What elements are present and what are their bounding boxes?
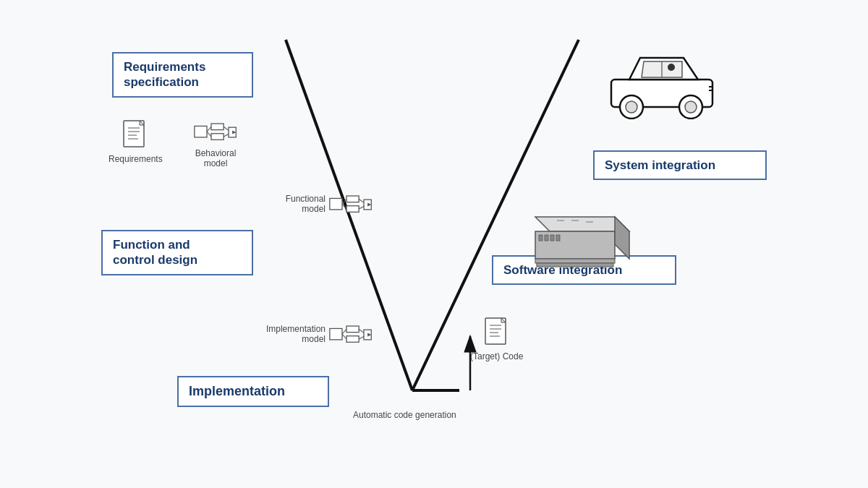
svg-rect-11 [195,126,207,137]
svg-line-18 [224,134,229,137]
svg-rect-61 [550,235,554,241]
svg-rect-20 [330,198,342,209]
target-code-label: (Target) Code [470,351,523,361]
svg-rect-60 [545,235,548,241]
behavioral-model-label: Behavioralmodel [195,148,237,168]
system-integration-box: System integration [593,150,767,180]
v-model-diagram: Requirements specification Function andc… [0,0,868,488]
functional-model-label: Functionalmodel [264,194,326,214]
svg-line-36 [359,337,364,339]
svg-line-16 [207,132,211,137]
implementation-box: Implementation [177,376,329,407]
car-icon [604,40,720,119]
target-code-icon [484,317,510,348]
svg-line-34 [342,334,346,339]
auto-code-gen-label: Automatic code generation [353,410,456,420]
svg-line-17 [224,127,229,130]
svg-line-33 [342,329,346,334]
ecu-icon-group [521,206,637,274]
target-code-icon-group: (Target) Code [470,317,523,361]
svg-rect-12 [211,124,224,130]
impl-model-icon [329,322,373,348]
requirements-icon-group: Requirements [109,119,163,164]
svg-rect-13 [211,134,224,140]
svg-point-47 [626,101,637,113]
svg-rect-59 [539,235,542,241]
svg-rect-64 [537,263,613,267]
behavioral-model-icon [194,119,237,145]
behavioral-model-icon-group: Behavioralmodel [194,119,237,168]
requirements-icon [122,119,148,151]
svg-line-24 [342,199,346,204]
svg-line-27 [359,207,364,209]
car-icon-group [604,40,720,122]
svg-point-49 [685,101,697,113]
svg-line-35 [359,329,364,333]
ecu-icon [521,206,637,271]
functional-model-icon-group [329,192,373,218]
svg-rect-62 [556,235,560,241]
impl-model-icon-group [329,322,373,348]
svg-rect-31 [346,336,359,343]
svg-rect-21 [346,196,359,202]
svg-line-15 [207,127,211,132]
requirements-label: Requirements [109,154,163,164]
svg-rect-30 [346,326,359,333]
svg-marker-55 [615,217,629,259]
requirements-spec-box: Requirements specification [112,52,253,98]
svg-rect-63 [535,259,615,263]
function-control-box: Function andcontrol design [101,230,253,275]
svg-rect-22 [346,206,359,213]
svg-line-26 [359,199,364,202]
svg-rect-29 [330,328,342,339]
functional-model-icon [329,192,373,218]
svg-line-25 [342,204,346,209]
impl-model-label: Implementationmodel [260,324,326,344]
